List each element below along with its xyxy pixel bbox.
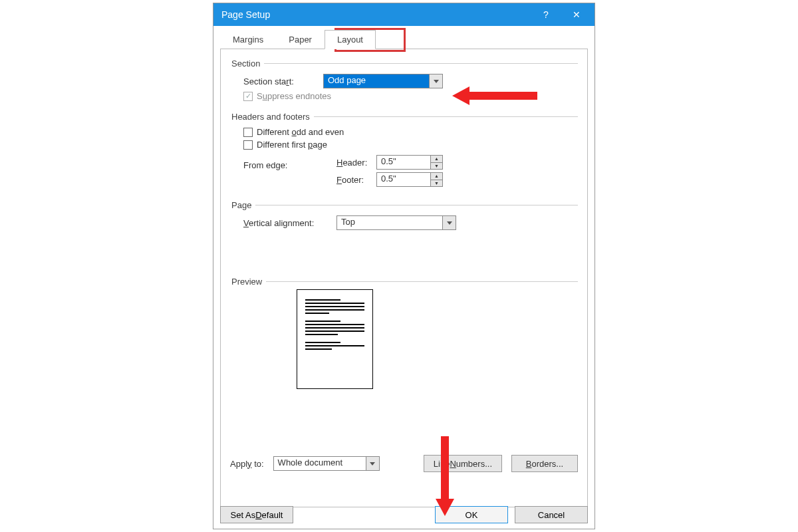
section-group-label: Section (230, 59, 264, 68)
set-as-default-button[interactable]: Set As Default (220, 506, 293, 523)
svg-marker-0 (434, 80, 439, 83)
tab-paper[interactable]: Paper (276, 30, 325, 49)
borders-button[interactable]: Borders... (511, 455, 578, 472)
section-start-select[interactable]: Odd page (323, 74, 443, 88)
different-first-page-label: Different first page (257, 140, 327, 150)
section-start-value: Odd page (324, 74, 429, 88)
tab-layout[interactable]: Layout (325, 30, 376, 49)
page-group-label: Page (230, 200, 255, 210)
title-bar: Page Setup ? ✕ (213, 3, 595, 26)
from-edge-label: From edge: (243, 152, 336, 170)
suppress-endnotes-checkbox: ✓ (243, 92, 253, 101)
header-spin[interactable]: 0.5" ▲▼ (376, 155, 443, 170)
footer-label: Footer: (336, 175, 376, 185)
preview-page (297, 289, 373, 389)
vertical-alignment-value: Top (337, 216, 442, 229)
section-start-label: Section start: (243, 76, 323, 86)
footer-step-down[interactable]: ▼ (431, 180, 442, 187)
header-step-down[interactable]: ▼ (431, 163, 442, 170)
ok-button[interactable]: OK (435, 506, 508, 523)
footer-spin[interactable]: 0.5" ▲▼ (376, 172, 443, 187)
svg-marker-1 (447, 221, 452, 225)
apply-to-select[interactable]: Whole document (273, 456, 380, 471)
action-row: Set As Default OK Cancel (220, 506, 588, 523)
page-group: Page Vertical alignment: Top (230, 200, 578, 237)
page-setup-dialog: Page Setup ? ✕ Margins Paper Layout Sect… (213, 3, 595, 529)
footer-step-up[interactable]: ▲ (431, 173, 442, 180)
preview-label: Preview (230, 277, 266, 287)
line-numbers-button[interactable]: Line Numbers... (424, 455, 502, 472)
vertical-alignment-select[interactable]: Top (336, 215, 456, 230)
different-odd-even-label: Different odd and even (257, 127, 344, 137)
header-value[interactable]: 0.5" (377, 156, 430, 169)
apply-to-value: Whole document (274, 457, 366, 470)
different-odd-even-checkbox[interactable] (243, 128, 253, 137)
chevron-down-icon[interactable] (442, 216, 456, 229)
preview-group: Preview (230, 277, 578, 393)
chevron-down-icon[interactable] (429, 74, 442, 88)
help-button[interactable]: ? (531, 3, 561, 26)
header-label: Header: (336, 158, 376, 168)
chevron-down-icon[interactable] (366, 457, 379, 470)
headers-footers-label: Headers and footers (230, 112, 314, 122)
dialog-title: Page Setup (221, 9, 531, 20)
vertical-alignment-label: Vertical alignment: (243, 218, 336, 228)
dialog-body: Section Section start: Odd page ✓ Suppre… (220, 49, 588, 507)
tab-margins[interactable]: Margins (220, 30, 276, 49)
apply-row: Apply to: Whole document Line Numbers...… (230, 455, 578, 472)
cancel-button[interactable]: Cancel (515, 506, 588, 523)
header-step-up[interactable]: ▲ (431, 156, 442, 163)
svg-marker-2 (370, 462, 375, 466)
different-first-page-checkbox[interactable] (243, 140, 253, 150)
footer-value[interactable]: 0.5" (377, 173, 430, 186)
tab-strip: Margins Paper Layout (220, 30, 595, 49)
close-button[interactable]: ✕ (561, 3, 592, 26)
apply-to-label: Apply to: (230, 459, 264, 469)
headers-footers-group: Headers and footers Different odd and ev… (230, 112, 578, 196)
suppress-endnotes-label: Suppress endnotes (257, 91, 331, 101)
section-group: Section Section start: Odd page ✓ Suppre… (230, 59, 578, 108)
